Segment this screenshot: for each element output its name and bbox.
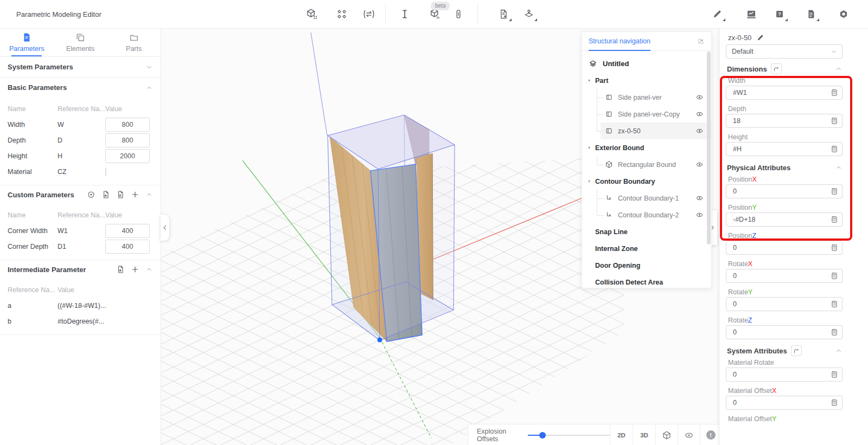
preset-select[interactable]: Default: [726, 44, 843, 59]
tab-parameters[interactable]: Parameters: [0, 28, 54, 56]
scrollbar[interactable]: [707, 51, 711, 244]
calculator-icon[interactable]: [831, 117, 838, 125]
popout-icon[interactable]: [697, 37, 705, 45]
publish-layers-icon[interactable]: [521, 6, 537, 22]
tree-group-exterior-bound[interactable]: ▾ Exterior Bound: [582, 139, 711, 156]
table-row[interactable]: b#toDegrees(#...: [8, 313, 153, 329]
export-parameter-icon[interactable]: [116, 190, 125, 199]
collapse-left-panel-handle[interactable]: [161, 215, 169, 241]
expand-triangle-icon[interactable]: ▾: [588, 146, 590, 150]
tree-item-side-panel-ver-copy[interactable]: Side panel-ver-Copy: [582, 106, 711, 122]
explosion-offsets-slider[interactable]: [528, 424, 610, 445]
calculator-icon[interactable]: [831, 272, 838, 280]
corner-width-input[interactable]: [105, 224, 150, 238]
eye-visibility-icon[interactable]: [678, 424, 700, 445]
section-system-parameters[interactable]: System Parameters: [0, 57, 161, 78]
view-2d-button[interactable]: 2D: [610, 424, 633, 445]
tree-group-snap-line[interactable]: Snap Line: [582, 223, 711, 240]
material-offset-x-input[interactable]: [732, 398, 831, 407]
calculator-icon[interactable]: [831, 216, 838, 223]
add-parameter-icon[interactable]: [131, 265, 139, 274]
tree-item-zx-0-50-selected[interactable]: zx-0-50: [582, 122, 711, 139]
warning-icon[interactable]: !: [700, 424, 721, 445]
column-icon[interactable]: [397, 6, 413, 22]
help-icon[interactable]: [771, 6, 788, 22]
document-icon[interactable]: [803, 6, 819, 22]
link-dimensions-icon[interactable]: [771, 63, 782, 74]
section-custom-parameters[interactable]: Custom Parameters: [0, 185, 161, 204]
corner-depth-input[interactable]: [105, 240, 150, 254]
calculator-icon[interactable]: [831, 244, 838, 251]
tree-item-rectangular-bound[interactable]: Rectangular Bound: [582, 156, 711, 173]
settings-nut-icon[interactable]: [835, 6, 852, 22]
rotate-z-input[interactable]: [732, 328, 831, 337]
tree-item-contour-boundary-2[interactable]: Contour Boundary-2: [582, 207, 711, 223]
visibility-eye-icon[interactable]: [695, 160, 704, 169]
tree-item-side-panel-ver[interactable]: Side panel-ver: [582, 89, 711, 106]
position-x-input[interactable]: [732, 187, 831, 196]
tree-group-part[interactable]: ▾ Part: [582, 72, 711, 89]
section-physical-attributes[interactable]: Physical Attributes: [727, 160, 843, 175]
depth-input[interactable]: [732, 117, 831, 125]
visibility-eye-icon[interactable]: [695, 127, 704, 135]
calculator-icon[interactable]: [831, 399, 838, 407]
slider-handle[interactable]: [539, 432, 546, 438]
rotate-x-input[interactable]: [732, 272, 831, 280]
chevron-up-icon[interactable]: [145, 266, 153, 273]
expand-triangle-icon[interactable]: ▾: [588, 79, 590, 83]
calculator-icon[interactable]: [831, 371, 838, 378]
calculator-icon[interactable]: [831, 89, 838, 96]
add-parameter-icon[interactable]: [131, 190, 139, 199]
chevron-down-icon[interactable]: [145, 63, 153, 71]
tab-structural-navigation[interactable]: Structural navigation: [589, 32, 650, 50]
section-intermediate-parameter[interactable]: Intermediate Parameter: [0, 260, 161, 279]
chevron-up-icon[interactable]: [145, 191, 153, 198]
document-export-icon[interactable]: [495, 6, 512, 22]
tree-root-untitled[interactable]: Untitled: [582, 55, 711, 72]
calculator-icon[interactable]: [831, 188, 838, 195]
cube-view-icon[interactable]: [655, 424, 678, 445]
height-input[interactable]: [732, 145, 831, 153]
tab-parts[interactable]: Parts: [107, 28, 161, 56]
material-rotate-input[interactable]: [732, 370, 831, 379]
tree-group-door-opening[interactable]: Door Opening: [582, 257, 711, 274]
chevron-up-icon[interactable]: [835, 347, 843, 354]
visibility-eye-icon[interactable]: [695, 211, 704, 219]
position-z-input[interactable]: [732, 243, 831, 252]
manage-parameters-icon[interactable]: [87, 190, 95, 199]
section-basic-parameters[interactable]: Basic Parameters: [0, 78, 161, 98]
view-3d-button[interactable]: 3D: [633, 424, 655, 445]
model-cube-grid-icon[interactable]: [304, 6, 320, 22]
visibility-eye-icon[interactable]: [695, 110, 704, 118]
rename-pencil-icon[interactable]: [756, 34, 764, 42]
tab-elements[interactable]: Elements: [54, 28, 107, 56]
tree-item-contour-boundary-1[interactable]: Contour Boundary-1: [582, 190, 711, 207]
import-parameter-icon[interactable]: [101, 190, 110, 199]
tree-group-collision-detect-area[interactable]: Collision Detect Area: [582, 274, 711, 288]
material-swatch[interactable]: [105, 167, 106, 176]
section-dimensions[interactable]: Dimensions: [727, 62, 843, 76]
rotate-y-input[interactable]: [732, 300, 831, 308]
chevron-up-icon[interactable]: [835, 164, 843, 171]
import-parameter-icon[interactable]: [116, 265, 125, 274]
tree-group-internal-zone[interactable]: Internal Zone: [582, 240, 711, 257]
table-row[interactable]: a((#W-18-#W1)...: [8, 298, 153, 313]
edit-pencil-icon[interactable]: [709, 6, 725, 22]
swap-arrows-icon[interactable]: [361, 6, 377, 22]
visibility-eye-icon[interactable]: [695, 194, 704, 202]
position-y-input[interactable]: [732, 215, 831, 224]
width-value-input[interactable]: [105, 118, 150, 132]
visibility-eye-icon[interactable]: [695, 93, 704, 101]
origin-point[interactable]: [378, 338, 382, 343]
link-system-attributes-icon[interactable]: [791, 345, 802, 356]
calculator-icon[interactable]: [831, 300, 838, 308]
section-system-attributes[interactable]: System Attributes: [727, 344, 843, 358]
tree-group-contour-boundary[interactable]: ▾ Contour Boundary: [582, 173, 711, 190]
width-input[interactable]: [732, 88, 831, 97]
calculator-icon[interactable]: [831, 328, 838, 336]
link-icon[interactable]: [450, 6, 467, 22]
activity-monitor-icon[interactable]: [743, 6, 760, 22]
chevron-up-icon[interactable]: [835, 65, 843, 73]
pattern-icon[interactable]: [334, 6, 350, 22]
depth-value-input[interactable]: [105, 133, 150, 147]
